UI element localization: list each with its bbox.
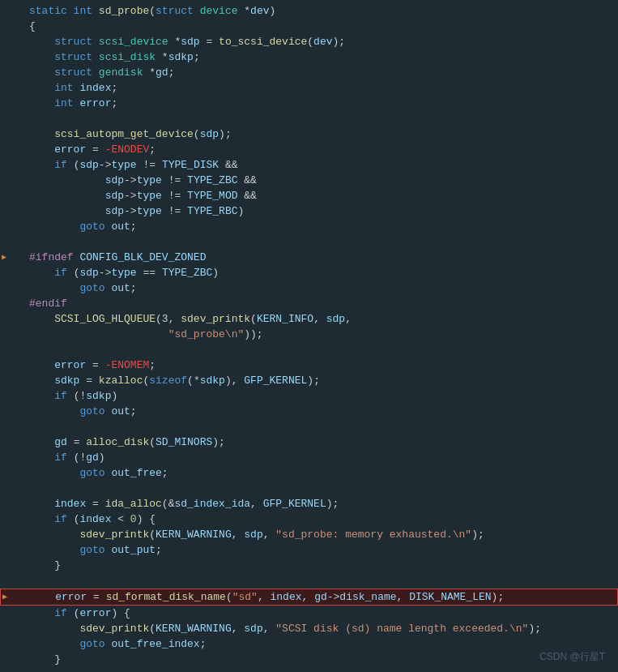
token: -> [99,159,112,171]
token: sdp [326,313,345,325]
line-content: SCSI_LOG_HLQUEUE(3, sdev_printk(KERN_INF… [23,311,618,327]
code-line: if (!sdkp) [0,388,618,404]
token [29,452,54,464]
code-line: goto out_free; [0,465,618,481]
token: ( [307,36,313,48]
code-line: scsi_autopm_get_device(sdp); [0,126,618,142]
code-line: sdp->type != TYPE_RBC) [0,203,618,219]
token: , [232,529,245,541]
token: scsi_autopm_get_device [54,128,194,140]
token: TYPE_DISK [162,159,219,171]
code-lines-wrapper: static int sd_probe(struct device *dev){… [0,3,618,667]
token: , [302,591,315,603]
token: < [111,513,130,525]
token: sd_index_ida [174,498,250,510]
token: if [54,159,73,171]
token: = [200,36,219,48]
token: gd [86,452,99,464]
line-content: } [23,652,618,667]
line-content: { [23,19,618,34]
line-content: goto out; [23,219,618,234]
token: struct [54,51,99,63]
token: } [29,559,61,571]
token: goto [79,467,111,479]
line-content: sdp->type != TYPE_MOD && [23,188,618,203]
code-line: sdev_printk(KERN_WARNING, sdp, "sd_probe… [0,527,618,542]
token [29,607,54,619]
token: ); [326,498,339,510]
line-content [23,419,618,434]
token: (! [74,390,87,402]
line-content: scsi_autopm_get_device(sdp); [23,126,618,142]
token: ; [149,143,156,156]
token: if [54,267,73,279]
token: device [200,5,238,17]
token: * [168,36,181,48]
token: sd_format_disk_name [106,591,226,603]
token: ), [225,375,244,387]
token: -> [124,190,137,202]
token: goto [79,405,111,417]
line-content [23,481,618,496]
token: struct [54,36,99,48]
token: if [54,607,73,619]
token: ); [333,36,346,48]
token: (3, [156,313,181,325]
code-line [0,234,618,250]
token: sdp [105,205,124,217]
code-line: int error; [0,96,618,111]
token: = [86,359,104,371]
token: index [271,591,302,603]
token: ; [168,66,175,79]
code-line [0,573,618,589]
token [29,220,79,233]
token: -> [327,591,340,603]
line-content: sdp->type != TYPE_ZBC && [23,173,618,188]
token [29,143,54,156]
token [29,82,54,94]
line-content: if (!gd) [23,450,618,465]
token: ) [212,267,219,279]
token: ( [149,529,156,541]
token: goto [79,544,111,556]
token: dev [250,5,269,17]
code-line: sdkp = kzalloc(sizeof(*sdkp), GFP_KERNEL… [0,373,618,388]
token [29,623,79,635]
token: out [111,220,130,233]
token: ); [219,128,232,140]
token: = [87,591,105,603]
token: , [397,591,410,603]
token: error [79,97,111,109]
line-content [23,573,618,589]
token: sdkp [200,375,225,387]
token: type [137,190,162,202]
line-content: goto out; [23,404,618,419]
token: ; [111,97,117,109]
token: ); [471,529,484,541]
token: scsi_device [99,36,168,48]
token: sdp [244,529,262,541]
token: sdp [244,623,262,635]
code-line: if (error) { [0,606,618,621]
code-line: goto out_put; [0,542,618,558]
code-line: struct scsi_device *sdp = to_scsi_device… [0,34,618,49]
token: sdp [79,267,98,279]
token: ( [194,128,200,140]
token [29,36,54,48]
code-line [0,481,618,496]
code-line: error = -ENOMEM; [0,357,618,373]
line-content: struct scsi_disk *sdkp; [23,49,618,65]
line-content: index = ida_alloc(&sd_index_ida, GFP_KER… [23,496,618,511]
line-content: goto out; [23,280,618,296]
line-content: struct scsi_device *sdp = to_scsi_device… [23,34,618,49]
token [29,375,54,387]
token: ( [149,5,156,17]
token: ( [149,623,156,635]
token: GFP_KERNEL [263,498,326,510]
token: to_scsi_device [219,36,307,48]
token: , [345,313,352,325]
line-content: if (sdp->type != TYPE_DISK && [23,157,618,173]
line-content: sdp->type != TYPE_RBC) [23,203,618,219]
token: ; [130,282,137,294]
line-content: goto out_free; [23,465,618,481]
